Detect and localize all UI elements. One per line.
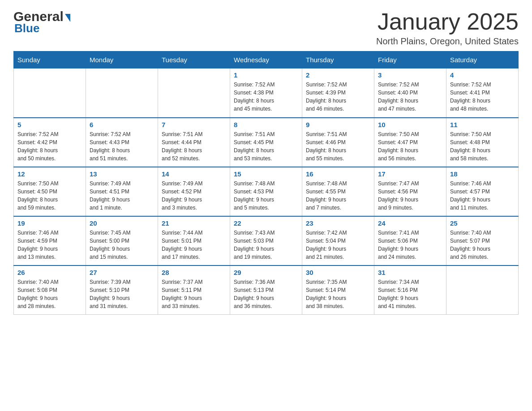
- day-info: Sunrise: 7:50 AMSunset: 4:50 PMDaylight:…: [17, 180, 82, 212]
- day-info: Sunrise: 7:36 AMSunset: 5:13 PMDaylight:…: [234, 278, 298, 310]
- calendar-cell: 17Sunrise: 7:47 AMSunset: 4:56 PMDayligh…: [374, 167, 446, 216]
- day-info: Sunrise: 7:42 AMSunset: 5:04 PMDaylight:…: [306, 229, 370, 261]
- day-info: Sunrise: 7:44 AMSunset: 5:01 PMDaylight:…: [162, 229, 226, 261]
- day-number: 3: [378, 71, 442, 79]
- calendar-cell: 23Sunrise: 7:42 AMSunset: 5:04 PMDayligh…: [302, 216, 374, 265]
- day-number: 17: [378, 170, 442, 178]
- day-info: Sunrise: 7:52 AMSunset: 4:39 PMDaylight:…: [306, 81, 370, 113]
- day-info: Sunrise: 7:43 AMSunset: 5:03 PMDaylight:…: [234, 229, 298, 261]
- calendar-cell: [14, 68, 86, 118]
- day-info: Sunrise: 7:34 AMSunset: 5:16 PMDaylight:…: [378, 278, 442, 310]
- calendar-cell: 13Sunrise: 7:49 AMSunset: 4:51 PMDayligh…: [86, 167, 158, 216]
- calendar-cell: 26Sunrise: 7:40 AMSunset: 5:08 PMDayligh…: [14, 265, 86, 315]
- calendar-cell: 21Sunrise: 7:44 AMSunset: 5:01 PMDayligh…: [158, 216, 230, 265]
- calendar-cell: 22Sunrise: 7:43 AMSunset: 5:03 PMDayligh…: [230, 216, 302, 265]
- title-area: January 2025 North Plains, Oregon, Unite…: [376, 9, 519, 47]
- calendar-cell: 15Sunrise: 7:48 AMSunset: 4:53 PMDayligh…: [230, 167, 302, 216]
- day-number: 16: [306, 170, 370, 178]
- day-info: Sunrise: 7:52 AMSunset: 4:40 PMDaylight:…: [378, 81, 442, 113]
- day-number: 25: [450, 219, 515, 227]
- calendar-cell: [158, 68, 230, 118]
- logo-triangle-icon: [65, 14, 70, 22]
- calendar-cell: 31Sunrise: 7:34 AMSunset: 5:16 PMDayligh…: [374, 265, 446, 315]
- calendar-cell: 27Sunrise: 7:39 AMSunset: 5:10 PMDayligh…: [86, 265, 158, 315]
- day-info: Sunrise: 7:47 AMSunset: 4:56 PMDaylight:…: [378, 180, 442, 212]
- day-number: 29: [234, 269, 298, 276]
- day-number: 19: [17, 219, 82, 227]
- calendar-header: SundayMondayTuesdayWednesdayThursdayFrid…: [14, 51, 519, 68]
- calendar-cell: 29Sunrise: 7:36 AMSunset: 5:13 PMDayligh…: [230, 265, 302, 315]
- logo-blue-text: Blue: [14, 21, 39, 35]
- weekday-header-sunday: Sunday: [14, 51, 86, 68]
- day-info: Sunrise: 7:37 AMSunset: 5:11 PMDaylight:…: [162, 278, 226, 310]
- calendar-cell: 6Sunrise: 7:52 AMSunset: 4:43 PMDaylight…: [86, 118, 158, 167]
- page-header: General Blue January 2025 North Plains, …: [13, 9, 519, 47]
- day-number: 14: [162, 170, 226, 178]
- calendar-cell: 10Sunrise: 7:50 AMSunset: 4:47 PMDayligh…: [374, 118, 446, 167]
- calendar-cell: 25Sunrise: 7:40 AMSunset: 5:07 PMDayligh…: [446, 216, 519, 265]
- calendar-cell: 9Sunrise: 7:51 AMSunset: 4:46 PMDaylight…: [302, 118, 374, 167]
- calendar-week-row: 26Sunrise: 7:40 AMSunset: 5:08 PMDayligh…: [14, 265, 519, 315]
- weekday-header-row: SundayMondayTuesdayWednesdayThursdayFrid…: [14, 51, 519, 68]
- day-info: Sunrise: 7:52 AMSunset: 4:41 PMDaylight:…: [450, 81, 515, 113]
- calendar-cell: 5Sunrise: 7:52 AMSunset: 4:42 PMDaylight…: [14, 118, 86, 167]
- calendar-cell: 14Sunrise: 7:49 AMSunset: 4:52 PMDayligh…: [158, 167, 230, 216]
- day-number: 21: [162, 219, 226, 227]
- day-number: 28: [162, 269, 226, 276]
- calendar-cell: 28Sunrise: 7:37 AMSunset: 5:11 PMDayligh…: [158, 265, 230, 315]
- day-number: 7: [162, 121, 226, 128]
- day-number: 18: [450, 170, 515, 178]
- month-title: January 2025: [376, 9, 519, 34]
- calendar-cell: [446, 265, 519, 315]
- day-info: Sunrise: 7:45 AMSunset: 5:00 PMDaylight:…: [90, 229, 154, 261]
- day-number: 11: [450, 121, 515, 128]
- day-number: 26: [17, 269, 82, 276]
- day-info: Sunrise: 7:40 AMSunset: 5:07 PMDaylight:…: [450, 229, 515, 261]
- calendar-week-row: 5Sunrise: 7:52 AMSunset: 4:42 PMDaylight…: [14, 118, 519, 167]
- day-info: Sunrise: 7:51 AMSunset: 4:45 PMDaylight:…: [234, 130, 298, 163]
- calendar-cell: 20Sunrise: 7:45 AMSunset: 5:00 PMDayligh…: [86, 216, 158, 265]
- calendar-cell: 7Sunrise: 7:51 AMSunset: 4:44 PMDaylight…: [158, 118, 230, 167]
- day-number: 1: [234, 71, 298, 79]
- calendar-cell: 8Sunrise: 7:51 AMSunset: 4:45 PMDaylight…: [230, 118, 302, 167]
- day-info: Sunrise: 7:52 AMSunset: 4:42 PMDaylight:…: [17, 130, 82, 163]
- weekday-header-saturday: Saturday: [446, 51, 519, 68]
- day-info: Sunrise: 7:49 AMSunset: 4:52 PMDaylight:…: [162, 180, 226, 212]
- day-number: 4: [450, 71, 515, 79]
- weekday-header-monday: Monday: [86, 51, 158, 68]
- day-info: Sunrise: 7:51 AMSunset: 4:44 PMDaylight:…: [162, 130, 226, 163]
- calendar-cell: 11Sunrise: 7:50 AMSunset: 4:48 PMDayligh…: [446, 118, 519, 167]
- day-info: Sunrise: 7:48 AMSunset: 4:53 PMDaylight:…: [234, 180, 298, 212]
- calendar-cell: [86, 68, 158, 118]
- calendar-cell: 4Sunrise: 7:52 AMSunset: 4:41 PMDaylight…: [446, 68, 519, 118]
- day-info: Sunrise: 7:48 AMSunset: 4:55 PMDaylight:…: [306, 180, 370, 212]
- day-number: 2: [306, 71, 370, 79]
- day-number: 24: [378, 219, 442, 227]
- day-info: Sunrise: 7:50 AMSunset: 4:47 PMDaylight:…: [378, 130, 442, 163]
- weekday-header-tuesday: Tuesday: [158, 51, 230, 68]
- day-info: Sunrise: 7:51 AMSunset: 4:46 PMDaylight:…: [306, 130, 370, 163]
- calendar-cell: 2Sunrise: 7:52 AMSunset: 4:39 PMDaylight…: [302, 68, 374, 118]
- day-info: Sunrise: 7:39 AMSunset: 5:10 PMDaylight:…: [90, 278, 154, 310]
- day-number: 9: [306, 121, 370, 128]
- location-subtitle: North Plains, Oregon, United States: [376, 36, 519, 47]
- calendar-cell: 18Sunrise: 7:46 AMSunset: 4:57 PMDayligh…: [446, 167, 519, 216]
- weekday-header-friday: Friday: [374, 51, 446, 68]
- calendar-cell: 30Sunrise: 7:35 AMSunset: 5:14 PMDayligh…: [302, 265, 374, 315]
- day-number: 6: [90, 121, 154, 128]
- day-info: Sunrise: 7:41 AMSunset: 5:06 PMDaylight:…: [378, 229, 442, 261]
- day-number: 20: [90, 219, 154, 227]
- day-number: 27: [90, 269, 154, 276]
- day-info: Sunrise: 7:52 AMSunset: 4:43 PMDaylight:…: [90, 130, 154, 163]
- weekday-header-thursday: Thursday: [302, 51, 374, 68]
- day-number: 23: [306, 219, 370, 227]
- day-number: 30: [306, 269, 370, 276]
- calendar-cell: 3Sunrise: 7:52 AMSunset: 4:40 PMDaylight…: [374, 68, 446, 118]
- calendar-week-row: 1Sunrise: 7:52 AMSunset: 4:38 PMDaylight…: [14, 68, 519, 118]
- day-info: Sunrise: 7:46 AMSunset: 4:57 PMDaylight:…: [450, 180, 515, 212]
- day-info: Sunrise: 7:49 AMSunset: 4:51 PMDaylight:…: [90, 180, 154, 212]
- day-number: 31: [378, 269, 442, 276]
- calendar-cell: 19Sunrise: 7:46 AMSunset: 4:59 PMDayligh…: [14, 216, 86, 265]
- day-number: 15: [234, 170, 298, 178]
- day-number: 12: [17, 170, 82, 178]
